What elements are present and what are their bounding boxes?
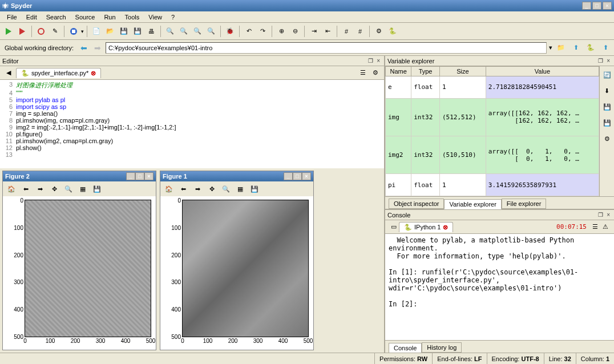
save-fig-icon[interactable]: 💾 xyxy=(91,183,103,195)
new-file-icon[interactable]: 📄 xyxy=(90,25,103,38)
comment-icon[interactable]: # xyxy=(340,25,353,38)
open-file-icon[interactable]: 📂 xyxy=(104,25,116,38)
menu-view[interactable]: View xyxy=(144,13,167,22)
menu-edit[interactable]: Edit xyxy=(22,13,42,22)
run-icon[interactable] xyxy=(2,25,15,38)
up-arrow-icon[interactable]: ⬆ xyxy=(599,42,612,54)
close-button[interactable]: × xyxy=(603,2,612,10)
import-icon[interactable]: ⬇ xyxy=(601,84,613,97)
console-output[interactable]: Welcome to pylab, a matplotlib-based Pyt… xyxy=(385,234,614,340)
menu-source[interactable]: Source xyxy=(71,13,100,22)
find-icon[interactable]: 🔍 xyxy=(164,25,176,38)
forward-icon[interactable]: ➡ xyxy=(34,183,46,195)
save-fig-icon[interactable]: 💾 xyxy=(248,183,261,195)
fig-close-icon[interactable]: × xyxy=(144,172,154,180)
figure-window[interactable]: Figure 2_□× 🏠 ⬅ ➡ ✥ 🔍 ▦ 💾 01002003004005… xyxy=(2,171,156,350)
home-icon[interactable]: 🏠 xyxy=(163,183,175,195)
code-editor[interactable]: 3对图像进行浮雕处理4"""5import pylab as pl6import… xyxy=(0,80,384,168)
unindent-icon[interactable]: ⇤ xyxy=(321,25,334,38)
parent-dir-icon[interactable]: ⬆ xyxy=(569,42,582,54)
menu-run[interactable]: Run xyxy=(99,13,120,22)
python-path-icon[interactable]: 🐍 xyxy=(386,25,399,38)
panel-tab[interactable]: File explorer xyxy=(502,199,547,209)
variable-row[interactable]: pifloat13.1415926535897931 xyxy=(386,174,599,196)
undo-icon[interactable]: ↶ xyxy=(243,25,255,38)
pan-icon[interactable]: ✥ xyxy=(48,183,60,195)
fig-max-icon[interactable]: □ xyxy=(293,172,302,180)
variable-row[interactable]: img2int32(510,510)array([[ 0, 1, 0, … [ … xyxy=(386,136,599,173)
preferences-icon[interactable]: ⚙ xyxy=(373,25,385,38)
close-panel-icon[interactable]: × xyxy=(605,212,612,218)
menu-file[interactable]: File xyxy=(2,13,22,22)
editor-options-icon[interactable]: ⚙ xyxy=(370,68,381,78)
column-header[interactable]: Type xyxy=(411,67,440,76)
python-icon[interactable]: 🐍 xyxy=(584,42,597,54)
menu-search[interactable]: Search xyxy=(42,13,71,22)
save-data-icon[interactable]: 💾 xyxy=(601,100,613,113)
zoom-out-icon[interactable]: ⊖ xyxy=(289,25,301,38)
save-icon[interactable]: 💾 xyxy=(118,25,130,38)
column-header[interactable]: Name xyxy=(386,67,411,76)
console-menu-icon[interactable]: ☰ xyxy=(590,222,600,232)
back-icon[interactable]: ⬅ xyxy=(177,183,189,195)
refresh-icon[interactable]: 🔄 xyxy=(601,68,613,81)
back-icon[interactable]: ⬅ xyxy=(78,43,90,52)
figure-window[interactable]: Figure 1_□× 🏠 ⬅ ➡ ✥ 🔍 ▦ 💾 01002003004005… xyxy=(160,171,314,350)
zoom-in-icon[interactable]: ⊕ xyxy=(275,25,288,38)
subplot-icon[interactable]: ▦ xyxy=(234,183,247,195)
column-header[interactable]: Size xyxy=(439,67,486,76)
panel-tab[interactable]: Console xyxy=(389,343,422,353)
browse-icon[interactable]: 📁 xyxy=(555,42,567,54)
tab-close-icon[interactable]: ⊗ xyxy=(443,224,448,231)
save-as-icon[interactable]: 💾 xyxy=(601,116,613,129)
terminal-icon[interactable]: ▭ xyxy=(389,222,399,232)
panel-tab[interactable]: Object inspector xyxy=(389,199,444,209)
redo-icon[interactable]: ↷ xyxy=(256,25,269,38)
variable-row[interactable]: imgint32(512,512)array([[162, 162, 162, … xyxy=(386,98,599,136)
variable-row[interactable]: efloat12.7182818284590451 xyxy=(386,76,599,99)
undock-icon[interactable]: ❐ xyxy=(596,212,605,218)
find-prev-icon[interactable]: 🔍 xyxy=(191,25,204,38)
close-panel-icon[interactable]: × xyxy=(375,58,382,64)
variable-table[interactable]: NameTypeSizeValue efloat12.7182818284590… xyxy=(385,66,599,196)
editor-tab[interactable]: 🐍 spyder_interface.py* ⊗ xyxy=(16,68,101,78)
config-icon[interactable] xyxy=(35,25,47,38)
fig-close-icon[interactable]: × xyxy=(302,172,311,180)
find-next-icon[interactable]: 🔍 xyxy=(177,25,190,38)
close-panel-icon[interactable]: × xyxy=(605,58,612,64)
uncomment-icon[interactable]: # xyxy=(354,25,366,38)
replace-icon[interactable]: 🔍 xyxy=(205,25,217,38)
pan-icon[interactable]: ✥ xyxy=(205,183,218,195)
run-selection-icon[interactable] xyxy=(16,25,29,38)
subplot-icon[interactable]: ▦ xyxy=(76,183,89,195)
undock-icon[interactable]: ❐ xyxy=(366,58,375,64)
browse-tabs-icon[interactable]: ☰ xyxy=(358,68,368,78)
dropdown-icon[interactable]: ▾ xyxy=(549,44,552,51)
undock-icon[interactable]: ❐ xyxy=(596,58,605,64)
fig-max-icon[interactable]: □ xyxy=(135,172,144,180)
column-header[interactable]: Value xyxy=(486,67,599,76)
minimize-button[interactable]: _ xyxy=(582,2,591,10)
fig-min-icon[interactable]: _ xyxy=(126,172,135,180)
tab-close-icon[interactable]: ⊗ xyxy=(91,70,96,77)
menu-tools[interactable]: Tools xyxy=(120,13,144,22)
fig-min-icon[interactable]: _ xyxy=(284,172,293,180)
maximize-button[interactable]: □ xyxy=(592,2,601,10)
forward-icon[interactable]: ➡ xyxy=(191,183,204,195)
home-icon[interactable]: 🏠 xyxy=(5,183,18,195)
save-all-icon[interactable]: 💾 xyxy=(131,25,144,38)
zoom-icon[interactable]: 🔍 xyxy=(220,183,232,195)
working-directory-input[interactable] xyxy=(106,42,547,54)
menu-?[interactable]: ? xyxy=(167,13,179,22)
edit-icon[interactable]: ✎ xyxy=(49,25,61,38)
panel-tab[interactable]: History log xyxy=(422,342,462,353)
print-icon[interactable]: 🖶 xyxy=(145,25,157,38)
stop-icon[interactable] xyxy=(67,25,80,38)
console-tab[interactable]: 🐍 IPython 1 ⊗ xyxy=(399,222,453,232)
debug-icon[interactable]: 🐞 xyxy=(224,25,236,38)
prev-tab-icon[interactable]: ◀ xyxy=(3,68,14,78)
indent-icon[interactable]: ⇥ xyxy=(308,25,320,38)
panel-tab[interactable]: Variable explorer xyxy=(444,199,501,209)
options-icon[interactable]: ⚙ xyxy=(601,132,613,145)
zoom-icon[interactable]: 🔍 xyxy=(62,183,75,195)
